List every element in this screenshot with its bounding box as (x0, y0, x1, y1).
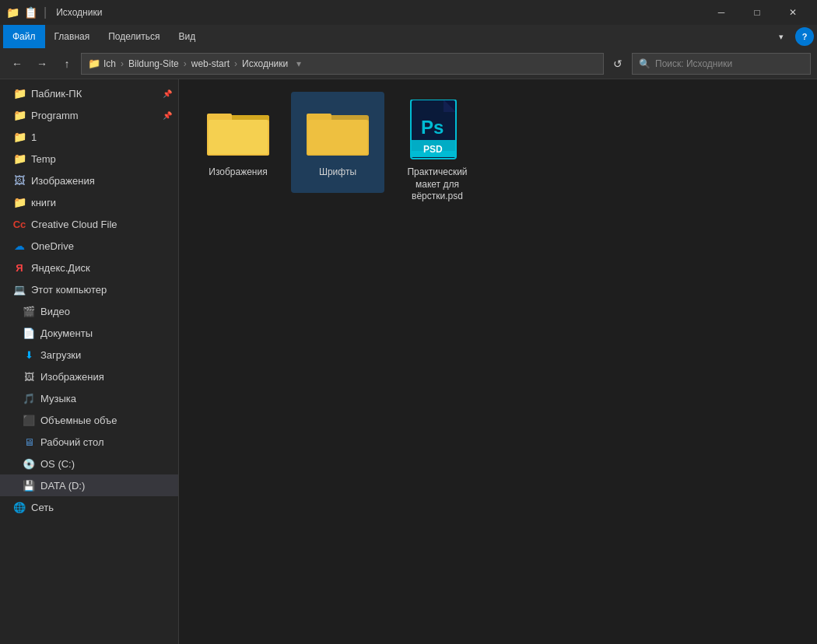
sidebar-item-label: Рабочий стол (40, 436, 104, 448)
folder-thumb (207, 100, 269, 162)
folder-shrifty[interactable]: Шрифты (291, 92, 384, 193)
path-part-2: Bildung-Site (128, 58, 179, 69)
sidebar-item-label: Объемные объе (40, 415, 117, 426)
path-part-1: Ich (103, 58, 116, 69)
sidebar-item-this-computer[interactable]: 💻 Этот компьютер (0, 278, 178, 300)
path-sep-1: › (121, 58, 124, 69)
forward-button[interactable]: → (31, 53, 53, 75)
path-part-3: web-start (191, 58, 230, 69)
folder-izobrazheniya[interactable]: Изображения (191, 92, 285, 193)
folder-icon: 📁 (12, 86, 26, 100)
folder-svg (307, 106, 369, 156)
title-icon-notebook: 📋 (24, 6, 37, 19)
sidebar-item-label: DATA (D:) (40, 480, 85, 492)
file-label: Шрифты (319, 166, 356, 179)
window-title: Исходники (53, 7, 700, 18)
refresh-button[interactable]: ↺ (607, 53, 629, 75)
menu-file[interactable]: Файл (3, 25, 45, 48)
menu-collapse-button[interactable]: ▾ (770, 27, 792, 46)
onedrive-icon: ☁ (12, 239, 26, 253)
sidebar-item-temp[interactable]: 📁 Temp (0, 148, 178, 170)
path-sep-3: › (234, 58, 237, 69)
menu-view[interactable]: Вид (169, 25, 205, 48)
content-area: Изображения Шрифты (179, 79, 817, 644)
sidebar-item-label: Programm (31, 110, 79, 121)
sidebar-item-label: Документы (40, 327, 93, 339)
file-label: Практический макет для вёрстки.psd (395, 166, 479, 203)
sidebar-item-label: Видео (40, 306, 70, 317)
up-button[interactable]: ↑ (56, 53, 78, 75)
path-dropdown-button[interactable]: ▾ (291, 58, 307, 69)
minimize-button[interactable]: ─ (703, 0, 739, 25)
sidebar-item-objects[interactable]: ⬛ Объемные объе (0, 409, 178, 431)
svg-text:PSD: PSD (423, 144, 443, 155)
data-icon: 💾 (22, 478, 36, 492)
sidebar-item-images[interactable]: 🖼 Изображения (0, 170, 178, 191)
psd-thumb: Ps PSD (406, 100, 468, 162)
sidebar-item-yandex[interactable]: Я Яндекс.Диск (0, 257, 178, 278)
images2-icon: 🖼 (22, 369, 36, 383)
help-button[interactable]: ? (795, 27, 814, 46)
sidebar-item-label: Temp (31, 153, 56, 165)
svg-rect-4 (209, 120, 268, 154)
video-icon: 🎬 (22, 304, 36, 318)
path-folder-icon: 📁 (88, 58, 100, 69)
sidebar-item-label: книги (31, 197, 56, 208)
title-separator: | (44, 5, 47, 19)
file-label: Изображения (209, 166, 267, 179)
pin-icon: 📌 (163, 89, 172, 98)
path-sep-2: › (184, 58, 187, 69)
creative-cloud-icon: Cc (12, 217, 26, 231)
sidebar-item-video[interactable]: 🎬 Видео (0, 300, 178, 322)
sidebar-item-downloads[interactable]: ⬇ Загрузки (0, 344, 178, 366)
sidebar-item-data-d[interactable]: 💾 DATA (D:) (0, 474, 178, 496)
sidebar-item-label: 1 (31, 131, 37, 143)
sidebar-item-docs[interactable]: 📄 Документы (0, 322, 178, 344)
folder-icon: 📁 (12, 152, 26, 166)
svg-rect-12 (444, 100, 456, 112)
docs-icon: 📄 (22, 326, 36, 340)
images-icon: 🖼 (12, 173, 26, 187)
sidebar-item-programm[interactable]: 📁 Programm 📌 (0, 104, 178, 126)
sidebar-item-network[interactable]: 🌐 Сеть (0, 496, 178, 518)
sidebar-item-label: Этот компьютер (31, 284, 107, 296)
objects-icon: ⬛ (22, 413, 36, 427)
sidebar-item-images2[interactable]: 🖼 Изображения (0, 366, 178, 387)
sidebar-item-books[interactable]: 📁 книги (0, 191, 178, 213)
sidebar-item-music[interactable]: 🎵 Музыка (0, 387, 178, 409)
network-icon: 🌐 (12, 500, 26, 514)
file-psd[interactable]: Ps PSD Практический макет для вёрстки.ps… (391, 92, 484, 193)
svg-rect-8 (308, 120, 367, 154)
sidebar: 📁 Паблик-ПК 📌 📁 Programm 📌 📁 1 📁 Temp 🖼 … (0, 79, 179, 644)
search-icon: 🔍 (639, 58, 650, 69)
sidebar-item-label: Яндекс.Диск (31, 262, 90, 274)
window-controls: ─ □ ✕ (703, 0, 811, 25)
sidebar-item-label: Изображения (40, 371, 104, 383)
sidebar-item-label: Загрузки (40, 349, 81, 361)
back-button[interactable]: ← (6, 53, 28, 75)
pin-icon: 📌 (163, 111, 172, 120)
main-layout: 📁 Паблик-ПК 📌 📁 Programm 📌 📁 1 📁 Temp 🖼 … (0, 79, 817, 644)
folder-icon: 📁 (12, 195, 26, 209)
menu-home[interactable]: Главная (45, 25, 100, 48)
sidebar-item-one[interactable]: 📁 1 (0, 126, 178, 148)
sidebar-item-publik-pk[interactable]: 📁 Паблик-ПК 📌 (0, 82, 178, 104)
sidebar-item-creative-cloud[interactable]: Cc Creative Cloud File (0, 213, 178, 235)
search-placeholder: Поиск: Исходники (655, 58, 732, 69)
folder-icon: 📁 (12, 130, 26, 144)
folder-icon: 📁 (12, 108, 26, 122)
close-button[interactable]: ✕ (775, 0, 811, 25)
sidebar-item-desktop[interactable]: 🖥 Рабочий стол (0, 431, 178, 453)
address-path[interactable]: 📁 Ich › Bildung-Site › web-start › Исход… (81, 53, 604, 75)
yandex-icon: Я (12, 261, 26, 275)
downloads-icon: ⬇ (22, 348, 36, 362)
music-icon: 🎵 (22, 391, 36, 405)
menu-share[interactable]: Поделиться (99, 25, 169, 48)
sidebar-item-label: Паблик-ПК (31, 88, 82, 100)
path-part-4: Исходники (242, 58, 288, 69)
sidebar-item-onedrive[interactable]: ☁ OneDrive (0, 235, 178, 257)
maximize-button[interactable]: □ (739, 0, 775, 25)
search-box[interactable]: 🔍 Поиск: Исходники (632, 53, 811, 75)
folder-thumb (307, 100, 369, 162)
sidebar-item-os-c[interactable]: 💿 OS (C:) (0, 453, 178, 474)
